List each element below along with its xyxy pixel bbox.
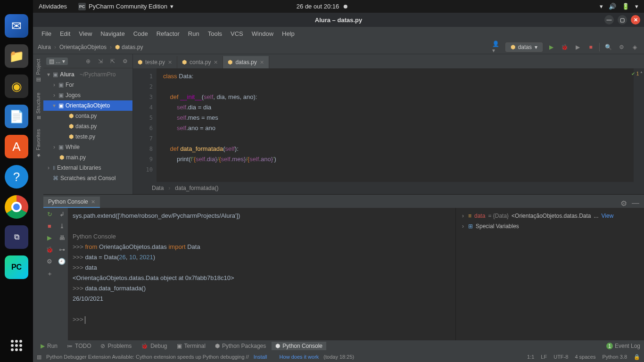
lock-icon[interactable]: 🔒 <box>634 354 640 360</box>
add-icon[interactable]: ＋ <box>47 270 53 278</box>
power-menu-icon[interactable]: ▾ <box>635 3 638 10</box>
debug-button[interactable]: 🐞 <box>560 42 569 52</box>
tree-file-conta[interactable]: ⬢conta.py <box>43 111 132 121</box>
caret-position[interactable]: 1:1 <box>527 354 534 360</box>
dock-screenshot-icon[interactable]: ⧉ <box>5 225 28 249</box>
tab-conta[interactable]: ⬢conta.py✕ <box>177 56 223 68</box>
structure-toolwindow[interactable]: ≣ Structure <box>35 92 41 120</box>
menu-window[interactable]: Window <box>248 29 277 39</box>
btm-problems[interactable]: ⊘Problems <box>97 342 135 350</box>
tree-file-teste[interactable]: ⬢teste.py <box>43 132 132 142</box>
add-user-icon[interactable]: 👤▾ <box>492 42 502 52</box>
close-icon[interactable]: ✕ <box>168 59 172 66</box>
close-icon[interactable]: ✕ <box>91 199 95 205</box>
scroll-end-icon[interactable]: ⤓ <box>59 222 65 230</box>
tree-root[interactable]: ▾▣Alura ~/PycharmPro <box>43 69 132 80</box>
tree-folder-oo[interactable]: ▾▣OrientaçãoObjeto <box>43 100 132 111</box>
tab-teste[interactable]: ⬢teste.py✕ <box>133 56 177 68</box>
how-link[interactable]: How does it work <box>280 354 319 360</box>
gear-icon[interactable]: ⚙ <box>120 57 130 66</box>
run-config-selector[interactable]: ⬢ datas ▾ <box>505 42 543 52</box>
app-indicator[interactable]: PC PyCharm Community Edition ▾ <box>78 3 173 10</box>
run-button[interactable]: ▶ <box>546 42 556 52</box>
menu-vcs[interactable]: VCS <box>227 29 247 39</box>
menu-edit[interactable]: Edit <box>56 29 74 39</box>
btm-python-console[interactable]: ⬢Python Console <box>272 342 326 350</box>
history-icon[interactable]: 🕘 <box>58 258 66 265</box>
line-sep[interactable]: LF <box>541 354 547 360</box>
activities-button[interactable]: Atividades <box>39 3 67 10</box>
dock-files-icon[interactable]: 📁 <box>5 44 28 68</box>
maximize-button[interactable]: ▢ <box>618 15 627 25</box>
wifi-icon[interactable]: ▾ <box>600 3 603 10</box>
menu-file[interactable]: File <box>38 29 55 39</box>
dock-libreoffice-icon[interactable]: 📄 <box>5 105 28 128</box>
menu-code[interactable]: Code <box>130 29 152 39</box>
tree-folder-jogos[interactable]: ›▣Jogos <box>43 90 132 100</box>
stop-button[interactable]: ■ <box>586 42 595 52</box>
vars-icon[interactable]: ⊶ <box>59 246 65 253</box>
encoding[interactable]: UTF-8 <box>553 354 568 360</box>
menu-help[interactable]: Help <box>278 29 298 39</box>
dock-apps-icon[interactable] <box>5 334 28 357</box>
dock-chrome-icon[interactable] <box>5 195 28 219</box>
editor-gutter[interactable]: 12345678910 <box>133 68 157 182</box>
console-tab[interactable]: Python Console✕ <box>43 197 100 208</box>
tool-window-toggle-icon[interactable]: ▥ <box>37 354 41 360</box>
btm-todo[interactable]: ≔TODO <box>63 342 95 350</box>
btm-terminal[interactable]: ▣Terminal <box>173 342 209 350</box>
close-icon[interactable]: ✕ <box>260 59 264 66</box>
settings-icon[interactable]: ⚙ <box>47 258 52 265</box>
minimize-button[interactable]: — <box>604 15 614 25</box>
clock[interactable]: 26 de out 20:16 <box>297 3 339 10</box>
dock-software-icon[interactable]: A <box>5 135 28 158</box>
project-scope-selector[interactable]: ▤ ... ▾ <box>46 58 68 65</box>
console-output[interactable]: sys.path.extend(['/home/robson_dev/Pycha… <box>68 208 455 340</box>
search-icon[interactable]: 🔍 <box>603 42 613 52</box>
coverage-button[interactable]: ▶ <box>573 42 582 52</box>
project-toolwindow[interactable]: ▤ Project <box>35 59 41 83</box>
menu-run[interactable]: Run <box>184 29 203 39</box>
btm-debug[interactable]: 🐞Debug <box>137 342 171 350</box>
tree-file-datas[interactable]: ⬢datas.py <box>43 121 132 132</box>
tab-datas[interactable]: ⬢datas.py✕ <box>223 56 269 68</box>
tree-external-libs[interactable]: ›⫴External Libraries <box>43 163 132 173</box>
collapse-icon[interactable]: ⇱ <box>108 57 117 66</box>
btm-run[interactable]: ▶Run <box>37 342 61 350</box>
event-log[interactable]: 1Event Log <box>606 343 640 349</box>
settings-icon[interactable]: ⚙ <box>617 42 626 52</box>
tree-folder-while[interactable]: ›▣While <box>43 142 132 152</box>
interpreter[interactable]: Python 3.8 <box>602 354 627 360</box>
var-special[interactable]: ›⊞ Special Variables <box>461 221 639 231</box>
install-link[interactable]: Install <box>254 354 267 360</box>
btm-pkg[interactable]: ⬢Python Packages <box>211 342 270 350</box>
dock-thunderbird-icon[interactable]: ✉ <box>5 14 28 38</box>
menu-tools[interactable]: Tools <box>204 29 226 39</box>
hide-icon[interactable]: — <box>632 199 639 208</box>
tree-folder-for[interactable]: ›▣For <box>43 80 132 90</box>
tree-scratches[interactable]: ⌘Scratches and Consol <box>43 173 132 183</box>
stop-icon[interactable]: ■ <box>48 222 51 230</box>
var-data[interactable]: ›≡ data = {Data} <OrientaçãoObjetos.data… <box>461 211 639 221</box>
close-button[interactable]: ✕ <box>631 15 640 25</box>
dock-pycharm-icon[interactable]: PC <box>5 255 28 279</box>
locate-icon[interactable]: ⊕ <box>83 57 93 66</box>
menu-navigate[interactable]: Navigate <box>97 29 128 39</box>
run-icon[interactable]: ▶ <box>47 234 52 241</box>
dock-rhythmbox-icon[interactable]: ◉ <box>5 74 28 98</box>
close-icon[interactable]: ✕ <box>214 59 218 66</box>
dock-help-icon[interactable]: ? <box>5 165 28 189</box>
battery-icon[interactable]: 🔋 <box>622 3 629 10</box>
menu-view[interactable]: View <box>75 29 96 39</box>
editor-breadcrumb[interactable]: Data›data_formatada() <box>133 182 644 194</box>
code-area[interactable]: class Data: def __init__(self, dia, mes,… <box>157 68 634 182</box>
chevron-up-icon[interactable]: ˄ <box>640 71 643 76</box>
soft-wrap-icon[interactable]: ↲ <box>59 211 65 218</box>
print-icon[interactable]: 🖶 <box>59 234 65 241</box>
volume-icon[interactable]: 🔊 <box>609 3 616 10</box>
rerun-icon[interactable]: ↻ <box>47 211 52 218</box>
menu-refactor[interactable]: Refactor <box>153 29 183 39</box>
indent[interactable]: 4 spaces <box>575 354 595 360</box>
debug-icon[interactable]: 🐞 <box>46 246 53 253</box>
code-with-me-icon[interactable]: ◈ <box>630 42 639 52</box>
